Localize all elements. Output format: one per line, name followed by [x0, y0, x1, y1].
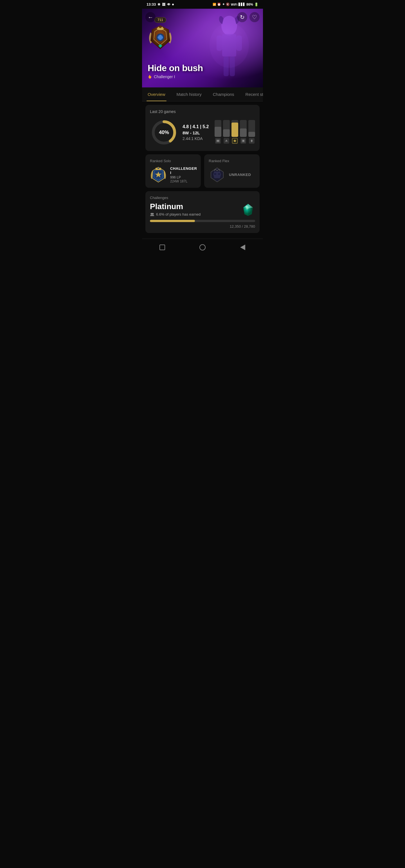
ranked-solo-lp: 996 LP — [170, 176, 197, 179]
challenges-label: Challenges — [150, 196, 255, 200]
win-rate-donut: 40% — [150, 118, 178, 147]
status-bar: 13:33 ❄ 🖼 👁 📶 ⏰ ✦ 🔇 WiFi ▋▋▋ 86% 🔋 — [142, 0, 263, 9]
bar-wrap-2 — [223, 120, 230, 137]
challenger-emblem — [150, 166, 167, 183]
rank-text: Challenger I — [154, 74, 175, 79]
bar-fill-4 — [240, 128, 247, 137]
bar-icon-3 — [232, 138, 238, 144]
hero-header: 711 — [142, 9, 263, 87]
status-right: 📶 ⏰ ✦ 🔇 WiFi ▋▋▋ 86% 🔋 — [213, 3, 258, 6]
ranked-solo-label: Ranked Solo — [150, 159, 196, 163]
bar-col-2 — [223, 120, 230, 144]
bar-wrap-4 — [240, 120, 247, 137]
platinum-gem — [241, 203, 255, 216]
ranked-solo-content: CHALLENGER I 996 LP 224W 187L — [150, 166, 196, 183]
challenge-header-row: Platinum 6.6% of players has earned — [150, 202, 255, 216]
bar-fill-5 — [248, 132, 255, 137]
players-icon — [150, 213, 154, 216]
ranked-flex-label: Ranked Flex — [209, 159, 255, 163]
progress-bar-fill — [150, 220, 195, 222]
challenge-tier-name: Platinum — [150, 202, 201, 211]
nav-home-button[interactable] — [197, 242, 208, 252]
tab-match-history[interactable]: Match history — [171, 87, 207, 101]
wifi-icon: WiFi — [231, 3, 237, 6]
stats-middle: 4.8 | 4.1 | 5.2 8W - 12L 2.44:1 KDA — [182, 124, 210, 141]
kda-ratio: 4.8 | 4.1 | 5.2 — [182, 124, 210, 129]
wl-record: 8W - 12L — [182, 130, 210, 135]
ranked-solo-tier: CHALLENGER I — [170, 166, 197, 175]
challenge-left: Platinum 6.6% of players has earned — [150, 202, 201, 216]
bluetooth-icon: ✦ — [222, 3, 225, 6]
progress-values: 12,350 / 28,780 — [150, 224, 255, 228]
back-button[interactable]: ← — [145, 12, 155, 22]
flame-icon — [148, 74, 152, 79]
ranked-flex-info: UNRANKED — [229, 173, 251, 177]
tab-overview[interactable]: Overview — [142, 87, 171, 101]
battery-percent: 86% — [247, 3, 253, 6]
time-display: 13:33 — [147, 2, 156, 6]
tab-recent-stats[interactable]: Recent stats — [240, 87, 263, 101]
ranked-row: Ranked Solo — [145, 154, 260, 188]
rank-label: Challenger I — [148, 74, 203, 79]
ranked-flex-tier: UNRANKED — [229, 173, 251, 177]
bar-col-1 — [214, 120, 221, 144]
rank-emblem — [148, 24, 173, 52]
content: Last 20 games 40% 4.8 | 4.1 | 5.2 8W - 1… — [142, 105, 263, 233]
bar-col-3 — [231, 120, 238, 144]
tab-champions[interactable]: Champions — [207, 87, 240, 101]
svg-point-17 — [214, 174, 216, 175]
ranked-flex-content: UNRANKED — [209, 166, 255, 183]
nav-square-button[interactable] — [157, 242, 167, 252]
svg-point-6 — [209, 23, 249, 68]
kda-value: 2.44:1 KDA — [182, 136, 210, 141]
rank-badge: 711 — [148, 17, 173, 52]
stats-row: 40% 4.8 | 4.1 | 5.2 8W - 12L 2.44:1 KDA — [150, 118, 255, 147]
notification-dot — [172, 4, 174, 5]
nav-bar — [142, 239, 263, 258]
glasses-icon: 👁 — [167, 3, 170, 6]
header-right-buttons: ↻ ♡ — [237, 12, 260, 22]
header-actions: ← ↻ ♡ — [145, 12, 260, 22]
battery-icon: 🔋 — [254, 3, 258, 6]
bar-icon-2 — [224, 138, 229, 144]
ranked-solo-card: Ranked Solo — [145, 154, 201, 188]
ranked-solo-info: CHALLENGER I 996 LP 224W 187L — [170, 166, 197, 183]
snowflake-icon: ❄ — [157, 3, 160, 6]
bar-fill-2 — [223, 129, 230, 137]
svg-point-20 — [152, 213, 153, 214]
challenge-players: 6.6% of players has earned — [150, 212, 201, 216]
svg-rect-12 — [217, 140, 220, 142]
nav-circle-icon — [199, 244, 206, 250]
svg-point-16 — [242, 140, 244, 142]
alarm-icon: ⏰ — [217, 3, 221, 6]
bar-wrap-1 — [214, 120, 221, 137]
players-text: 6.6% of players has earned — [156, 212, 201, 216]
bar-wrap-5 — [248, 120, 255, 137]
refresh-button[interactable]: ↻ — [237, 12, 247, 22]
player-name: Hide on bush — [148, 63, 203, 73]
status-left: 13:33 ❄ 🖼 👁 — [147, 2, 174, 6]
ranked-flex-card: Ranked Flex — [204, 154, 260, 188]
ranked-solo-record: 224W 187L — [170, 179, 197, 183]
bar-icon-1 — [215, 138, 221, 144]
nav-back-button[interactable] — [238, 242, 248, 252]
sim-icon: 📶 — [213, 3, 216, 6]
bar-col-4 — [240, 120, 247, 144]
bar-col-5 — [248, 120, 255, 144]
mute-icon: 🔇 — [226, 3, 230, 6]
unranked-emblem — [209, 166, 226, 183]
last-20-title: Last 20 games — [150, 110, 255, 114]
win-rate-label: 40% — [150, 118, 178, 147]
bar-fill-1 — [214, 127, 221, 137]
bar-wrap-3 — [231, 120, 238, 137]
bar-icon-5 — [249, 138, 255, 144]
nav-square-icon — [160, 245, 165, 250]
tabs-container: Overview Match history Champions Recent … — [142, 87, 263, 101]
progress-bar-bg — [150, 220, 255, 222]
last-20-games-card: Last 20 games 40% 4.8 | 4.1 | 5.2 8W - 1… — [145, 105, 260, 151]
signal-icon: ▋▋▋ — [238, 3, 245, 6]
favorite-button[interactable]: ♡ — [250, 12, 260, 22]
bar-fill-3 — [231, 123, 238, 137]
bar-icon-4 — [240, 138, 246, 144]
challenges-section: Challenges Platinum 6.6% of players has … — [145, 191, 260, 233]
